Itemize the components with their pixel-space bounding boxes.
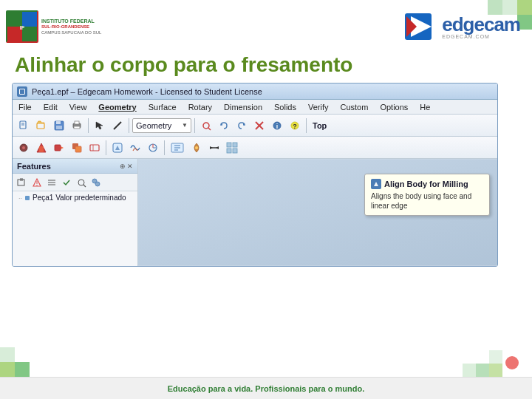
tooltip-header: Align Body for Milling — [371, 179, 483, 189]
features-icons: ⊕ ✕ — [120, 163, 133, 170]
toolbar-row2 — [13, 137, 497, 159]
tooltip-popup: Align Body for Milling Aligns the body u… — [364, 174, 490, 216]
feature-tree-item: ·· Peça1 Valor predeterminado — [13, 191, 137, 204]
toolbar-line[interactable] — [109, 117, 126, 134]
svg-point-49 — [195, 146, 198, 149]
main-3d-view: Align Body for Milling Aligns the body u… — [138, 159, 497, 266]
tree-item-label: Peça1 Valor predeterminado — [33, 194, 126, 202]
features-toolbar-btn6[interactable] — [89, 176, 103, 189]
geometry-dropdown[interactable]: Geometry ▼ — [132, 118, 191, 133]
menu-item-solids[interactable]: Solids — [271, 102, 299, 112]
menu-item-file[interactable]: File — [16, 102, 35, 112]
menu-item-dimension[interactable]: Dimension — [221, 102, 265, 112]
svg-rect-34 — [55, 145, 61, 151]
toolbar-sep1 — [88, 118, 89, 133]
menu-item-verify[interactable]: Verify — [305, 102, 332, 112]
window-app-icon — [17, 86, 27, 97]
svg-rect-55 — [227, 149, 231, 153]
toolbar-sep3 — [194, 118, 195, 133]
toolbar-delete[interactable] — [251, 117, 267, 134]
menu-bar: File Edit View Geometry Surface Rotary D… — [13, 100, 497, 115]
toolbar-select-icon[interactable] — [198, 117, 214, 134]
menu-item-edit[interactable]: Edit — [41, 102, 61, 112]
features-title: Features — [17, 162, 51, 171]
dropdown-arrow-icon: ▼ — [182, 122, 188, 129]
toolbar2-sep1 — [106, 140, 106, 155]
workspace: Features ⊕ ✕ — [13, 159, 497, 266]
svg-rect-14 — [56, 126, 62, 129]
svg-rect-56 — [233, 149, 237, 153]
toolbar-sep4 — [306, 118, 307, 133]
menu-item-geometry[interactable]: Geometry — [95, 102, 139, 112]
features-toolbar — [13, 174, 137, 191]
svg-text:?: ? — [293, 123, 297, 130]
toolbar-undo[interactable] — [216, 117, 232, 134]
features-toolbar-btn4[interactable] — [60, 176, 73, 189]
svg-point-69 — [95, 182, 100, 186]
features-header: Features ⊕ ✕ — [13, 159, 137, 174]
tooltip-title: Align Body for Milling — [384, 180, 468, 188]
toolbar2-btn8[interactable] — [145, 140, 161, 156]
toolbar-save[interactable] — [51, 117, 67, 134]
svg-marker-51 — [210, 146, 213, 149]
toolbar2-btn6[interactable] — [109, 140, 126, 156]
tooltip-icon — [371, 179, 381, 189]
toolbar2-btn4[interactable] — [69, 140, 85, 156]
toolbar-info[interactable]: i — [269, 117, 285, 134]
edgecam-icon — [402, 10, 437, 43]
tree-item-icon — [25, 196, 30, 200]
main-content: Peça1.epf – Edgecam Homework - Licensed … — [0, 83, 532, 267]
toolbar2-btn1[interactable] — [16, 140, 32, 156]
svg-line-21 — [208, 128, 211, 130]
toolbar2-btn3[interactable] — [51, 140, 67, 156]
svg-rect-38 — [90, 145, 99, 151]
toolbar2-btn7[interactable] — [127, 140, 143, 156]
toolbar-sep2 — [129, 118, 129, 133]
features-pin-icon[interactable]: ⊕ — [120, 163, 126, 170]
features-toolbar-btn3[interactable] — [45, 176, 58, 189]
toolbar-row1: Geometry ▼ i ? — [13, 115, 497, 137]
toolbar2-btn5[interactable] — [86, 140, 103, 156]
ifsul-icon: IF — [6, 10, 38, 43]
svg-marker-35 — [61, 146, 64, 149]
toolbar-print[interactable] — [69, 117, 85, 134]
toolbar-open[interactable] — [33, 117, 50, 134]
svg-rect-16 — [75, 121, 79, 124]
toolbar-redo[interactable] — [233, 117, 250, 134]
svg-point-20 — [203, 123, 209, 129]
features-toolbar-btn5[interactable] — [75, 176, 88, 189]
toolbar-help[interactable]: ? — [287, 117, 303, 134]
view-label: Top — [310, 121, 330, 130]
toolbar2-btn9[interactable] — [168, 140, 187, 156]
svg-line-67 — [83, 184, 86, 186]
logo-ifsul: IF INSTITUTO FEDERAL SUL-RIO-GRANDENSE C… — [6, 10, 101, 43]
toolbar2-btn2[interactable] — [33, 140, 50, 156]
menu-item-custom[interactable]: Custom — [338, 102, 372, 112]
toolbar-new[interactable] — [16, 117, 32, 134]
toolbar-arrow[interactable] — [92, 117, 108, 134]
toolbar2-sep2 — [164, 140, 165, 155]
page-title: Alinhar o corpo para o fresamento — [15, 53, 517, 77]
menu-item-help[interactable]: He — [417, 102, 433, 112]
menu-item-rotary[interactable]: Rotary — [185, 102, 215, 112]
edgecam-logo: edgecam EDGECAM.COM — [402, 10, 520, 43]
toolbar2-btn11[interactable] — [206, 140, 222, 156]
toolbar2-btn12[interactable] — [224, 140, 240, 156]
svg-rect-53 — [227, 143, 231, 147]
ifsul-text: INSTITUTO FEDERAL SUL-RIO-GRANDENSE Camp… — [41, 18, 101, 36]
menu-item-options[interactable]: Options — [377, 102, 411, 112]
svg-point-31 — [22, 146, 25, 149]
svg-point-62 — [36, 185, 38, 186]
menu-item-surface[interactable]: Surface — [146, 102, 180, 112]
window-title: Peça1.epf – Edgecam Homework - Licensed … — [32, 87, 262, 96]
tooltip-description: Aligns the body using face and linear ed… — [371, 191, 483, 211]
svg-marker-18 — [96, 122, 103, 129]
features-toolbar-btn2[interactable] — [30, 176, 44, 189]
features-toolbar-btn1[interactable] — [16, 176, 29, 189]
menu-item-view[interactable]: View — [66, 102, 90, 112]
window-titlebar: Peça1.epf – Edgecam Homework - Licensed … — [13, 83, 497, 100]
toolbar2-btn10[interactable] — [188, 140, 205, 156]
svg-rect-11 — [37, 123, 44, 129]
features-close-icon[interactable]: ✕ — [127, 163, 133, 170]
svg-rect-17 — [74, 126, 80, 129]
